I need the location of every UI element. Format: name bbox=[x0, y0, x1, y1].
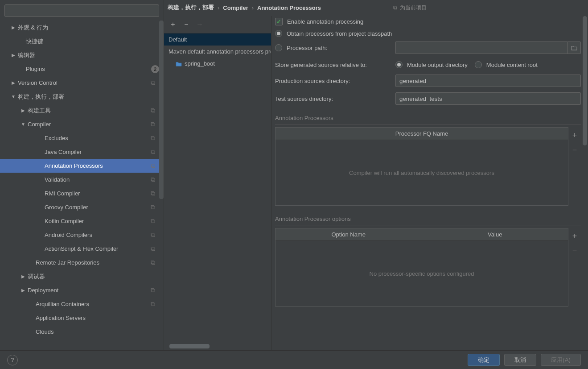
content-scrollbar[interactable] bbox=[583, 16, 587, 145]
sidebar-item-label: Annotation Processors bbox=[45, 162, 103, 169]
sidebar-item-label: Compiler bbox=[28, 121, 51, 128]
profiles-panel: + − → DefaultMaven default annotation pr… bbox=[164, 16, 271, 350]
sidebar-scrollbar[interactable] bbox=[159, 21, 164, 199]
sidebar-item[interactable]: Excludes⧉ bbox=[0, 131, 164, 145]
options-table[interactable]: Option Name Value No processor-specific … bbox=[275, 228, 568, 307]
ok-button[interactable]: 确定 bbox=[468, 354, 500, 366]
sidebar-item-label: Validation bbox=[45, 176, 70, 183]
sidebar-item[interactable]: Validation⧉ bbox=[0, 173, 164, 187]
sidebar-item-label: Version Control bbox=[18, 79, 58, 86]
sidebar-item[interactable]: Java Compiler⧉ bbox=[0, 145, 164, 159]
remove-profile-button[interactable]: − bbox=[183, 21, 190, 29]
project-scope-icon: ⧉ bbox=[149, 176, 156, 183]
tree-arrow-icon: ▶ bbox=[11, 53, 16, 58]
profile-list[interactable]: DefaultMaven default annotation processo… bbox=[164, 33, 271, 350]
sidebar-item-label: 外观 & 行为 bbox=[18, 24, 48, 32]
module-content-root-radio[interactable] bbox=[475, 61, 482, 68]
test-dir-label: Test sources directory: bbox=[275, 95, 395, 102]
module-output-label: Module output directory bbox=[407, 62, 468, 68]
sidebar-item[interactable]: Arquillian Containers⧉ bbox=[0, 297, 164, 311]
enable-processing-label: Enable annotation processing bbox=[287, 18, 363, 25]
module-output-radio[interactable] bbox=[395, 61, 403, 68]
obtain-from-classpath-radio[interactable] bbox=[275, 30, 282, 37]
processors-table[interactable]: Processor FQ Name Compiler will run all … bbox=[275, 127, 568, 206]
profile-item[interactable]: Maven default annotation processors prof… bbox=[164, 46, 271, 58]
cancel-button[interactable]: 取消 bbox=[504, 354, 536, 366]
sidebar-item-label: ActionScript & Flex Compiler bbox=[45, 245, 118, 252]
search-input[interactable] bbox=[4, 4, 159, 17]
breadcrumb-compiler[interactable]: Compiler bbox=[223, 4, 248, 11]
breadcrumb-current: Annotation Processors bbox=[257, 4, 321, 11]
project-scope-icon: ⧉ bbox=[149, 190, 156, 197]
sidebar-item[interactable]: RMI Compiler⧉ bbox=[0, 187, 164, 200]
sidebar-item[interactable]: Remote Jar Repositories⧉ bbox=[0, 256, 164, 269]
sidebar-item[interactable]: Plugins2 bbox=[0, 62, 164, 76]
apply-button[interactable]: 应用(A) bbox=[541, 354, 581, 366]
tree-arrow-icon: ▶ bbox=[21, 108, 26, 113]
profiles-h-scrollbar[interactable] bbox=[169, 344, 266, 348]
processor-path-radio[interactable] bbox=[275, 44, 282, 51]
browse-button[interactable] bbox=[567, 41, 581, 54]
sidebar-item-label: 快捷键 bbox=[26, 37, 43, 46]
options-col-value: Value bbox=[422, 228, 568, 240]
sidebar-item[interactable]: Groovy Compiler⧉ bbox=[0, 200, 164, 214]
sidebar-item-label: Clouds bbox=[36, 328, 53, 335]
sidebar-item-label: Excludes bbox=[45, 135, 68, 141]
add-option-button[interactable]: + bbox=[572, 232, 577, 241]
production-dir-input[interactable] bbox=[395, 75, 581, 87]
options-table-empty: No processor-specific options configured bbox=[275, 241, 568, 306]
sidebar-item[interactable]: ▶调试器 bbox=[0, 269, 164, 283]
tree-arrow-icon: ▶ bbox=[21, 274, 26, 279]
sidebar-item[interactable]: ▼Compiler⧉ bbox=[0, 117, 164, 131]
add-profile-button[interactable]: + bbox=[169, 21, 177, 29]
breadcrumb: 构建，执行，部署 › Compiler › Annotation Process… bbox=[164, 0, 588, 16]
project-scope-icon: ⧉ bbox=[149, 120, 156, 128]
tree-arrow-icon: ▶ bbox=[11, 80, 16, 85]
sidebar-item[interactable]: Clouds bbox=[0, 325, 164, 339]
sidebar-item-label: Groovy Compiler bbox=[45, 204, 88, 211]
sidebar-item[interactable]: 快捷键 bbox=[0, 34, 164, 48]
obtain-from-classpath-label: Obtain processors from project classpath bbox=[287, 30, 392, 37]
sidebar-item[interactable]: ▶Deployment⧉ bbox=[0, 283, 164, 297]
production-dir-label: Production sources directory: bbox=[275, 78, 395, 84]
remove-processor-button: − bbox=[572, 145, 577, 155]
sidebar-item-label: RMI Compiler bbox=[45, 190, 80, 197]
sidebar-item-label: Android Compilers bbox=[45, 232, 92, 238]
sidebar-item[interactable]: ▶Version Control⧉ bbox=[0, 76, 164, 90]
remove-option-button: − bbox=[572, 246, 577, 256]
sidebar-item[interactable]: ▶构建工具⧉ bbox=[0, 104, 164, 117]
breadcrumb-root[interactable]: 构建，执行，部署 bbox=[168, 4, 214, 12]
project-scope-icon: ⧉ bbox=[149, 203, 156, 211]
help-button[interactable]: ? bbox=[7, 355, 18, 365]
add-processor-button[interactable]: + bbox=[572, 131, 577, 140]
processor-path-input[interactable] bbox=[395, 41, 567, 54]
settings-tree[interactable]: ▶外观 & 行为快捷键▶编辑器Plugins2▶Version Control⧉… bbox=[0, 21, 164, 350]
sidebar-item[interactable]: Kotlin Compiler⧉ bbox=[0, 214, 164, 228]
tree-arrow-icon: ▶ bbox=[11, 25, 16, 30]
sidebar-item[interactable]: Annotation Processors⧉ bbox=[0, 159, 164, 173]
sidebar-item[interactable]: Application Servers bbox=[0, 311, 164, 325]
copy-icon: ⧉ bbox=[393, 4, 397, 11]
tree-arrow-icon: ▼ bbox=[11, 94, 16, 99]
annotation-processors-form: Enable annotation processing Obtain proc… bbox=[271, 16, 588, 350]
breadcrumb-sep: › bbox=[252, 4, 254, 11]
sidebar-item[interactable]: Android Compilers⧉ bbox=[0, 228, 164, 242]
module-icon bbox=[176, 61, 182, 66]
options-col-name: Option Name bbox=[275, 228, 422, 240]
sidebar-item-label: 编辑器 bbox=[18, 51, 35, 59]
project-scope-icon: ⧉ bbox=[149, 245, 156, 253]
test-dir-input[interactable] bbox=[395, 92, 581, 105]
sidebar-item-label: 构建，执行，部署 bbox=[18, 93, 64, 101]
sidebar-item[interactable]: ▼构建，执行，部署 bbox=[0, 90, 164, 104]
options-section-title: Annotation Processor options bbox=[275, 216, 581, 222]
folder-icon bbox=[571, 45, 577, 50]
processors-section-title: Annotation Processors bbox=[275, 115, 581, 121]
sidebar-item[interactable]: ActionScript & Flex Compiler⧉ bbox=[0, 242, 164, 256]
sidebar-item-label: Arquillian Containers bbox=[36, 301, 89, 307]
profile-item[interactable]: Default bbox=[164, 33, 271, 46]
profile-item[interactable]: spring_boot bbox=[164, 58, 271, 70]
enable-processing-checkbox[interactable] bbox=[275, 18, 283, 25]
sidebar-item-label: Plugins bbox=[26, 66, 45, 72]
sidebar-item[interactable]: ▶编辑器 bbox=[0, 48, 164, 62]
sidebar-item[interactable]: ▶外观 & 行为 bbox=[0, 21, 164, 34]
